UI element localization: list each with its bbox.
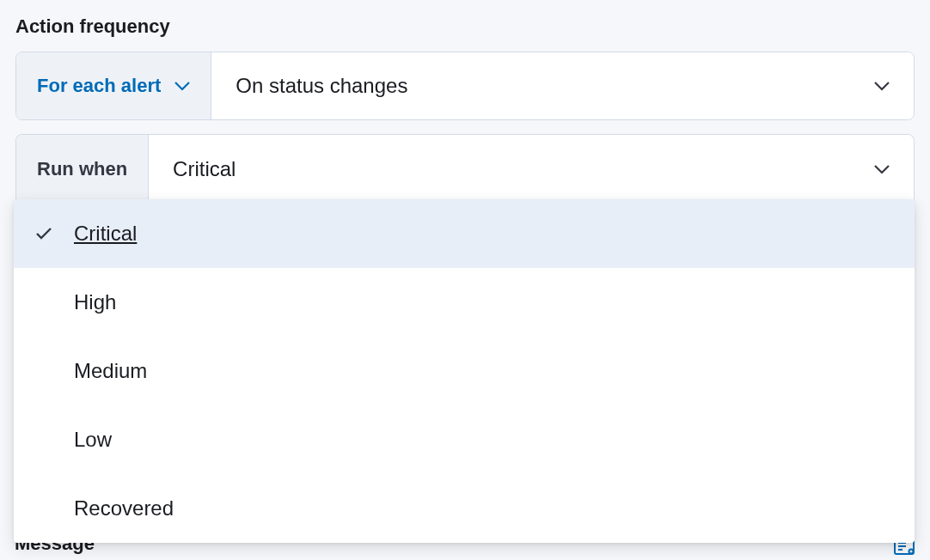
run-when-row: Run when Critical bbox=[15, 134, 915, 203]
status-change-select[interactable]: On status changes bbox=[211, 52, 914, 119]
dropdown-option-label: Low bbox=[74, 428, 112, 452]
status-change-value: On status changes bbox=[236, 74, 874, 98]
chevron-down-icon bbox=[874, 164, 890, 174]
dropdown-option-label: High bbox=[74, 290, 116, 314]
action-frequency-row: For each alert On status changes bbox=[15, 52, 915, 120]
dropdown-option-high[interactable]: High bbox=[14, 268, 915, 337]
chevron-down-icon bbox=[874, 81, 890, 91]
for-each-alert-label: For each alert bbox=[37, 75, 161, 97]
dropdown-option-low[interactable]: Low bbox=[14, 405, 915, 474]
for-each-alert-button[interactable]: For each alert bbox=[16, 52, 211, 119]
dropdown-option-label: Medium bbox=[74, 359, 147, 383]
dropdown-option-label: Critical bbox=[74, 222, 137, 246]
section-title: Action frequency bbox=[15, 15, 915, 38]
dropdown-option-critical[interactable]: Critical bbox=[14, 199, 915, 268]
check-icon bbox=[35, 227, 52, 240]
run-when-value: Critical bbox=[173, 157, 874, 181]
dropdown-option-medium[interactable]: Medium bbox=[14, 337, 915, 405]
dropdown-option-label: Recovered bbox=[74, 496, 174, 520]
chevron-down-icon bbox=[174, 81, 190, 91]
run-when-dropdown: Critical High Medium Low Recovered bbox=[14, 199, 915, 543]
run-when-select[interactable]: Critical bbox=[149, 135, 914, 203]
run-when-label: Run when bbox=[37, 158, 127, 180]
dropdown-option-recovered[interactable]: Recovered bbox=[14, 474, 915, 543]
run-when-label-box: Run when bbox=[16, 135, 149, 203]
